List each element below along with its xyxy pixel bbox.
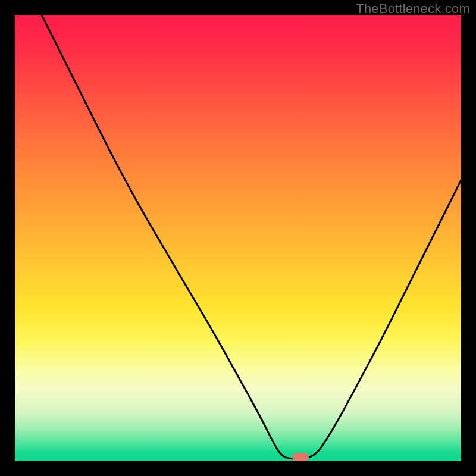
chart-frame: TheBottleneck.com: [0, 0, 476, 476]
curve-svg: [15, 15, 461, 461]
optimal-marker: [292, 453, 309, 461]
watermark-text: TheBottleneck.com: [356, 1, 470, 17]
plot-area: [15, 15, 461, 461]
bottleneck-curve: [42, 15, 461, 459]
